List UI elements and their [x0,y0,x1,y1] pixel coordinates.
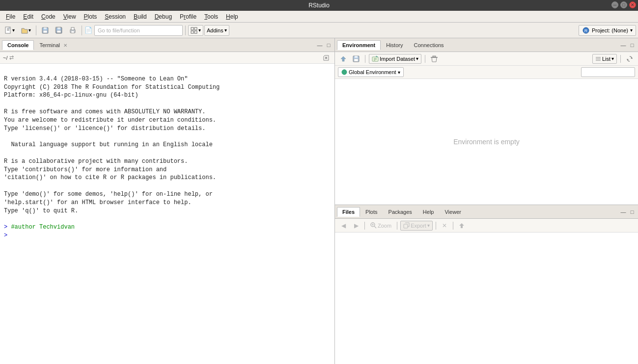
svg-rect-6 [44,27,47,29]
menu-file[interactable]: File [2,12,19,21]
svg-rect-9 [57,27,60,29]
console-line: Copyright (C) 2018 The R Foundation for … [4,83,331,92]
tab-connections[interactable]: Connections [408,40,449,50]
right-panel: Environment History Connections — □ [335,38,638,364]
console-minimize-icon[interactable]: — [316,41,324,49]
console-line: > [4,232,331,240]
maximize-button[interactable]: □ [620,1,627,8]
plots-export-button[interactable]: Export ▾ [400,221,433,231]
files-content [335,233,638,364]
files-minimize-icon[interactable]: — [619,208,627,216]
files-panel: Files Plots Packages Help Viewer — □ ◀ ▶ [335,205,638,364]
minimize-button[interactable]: ─ [611,1,618,8]
tab-environment[interactable]: Environment [337,40,381,50]
tab-terminal[interactable]: Terminal ✕ [34,40,73,50]
console-output[interactable]: R version 3.4.4 (2018-03-15) -- "Someone… [0,64,334,364]
import-dataset-button[interactable]: Import Dataset ▾ [369,54,421,64]
console-line: 'citation()' on how to cite R or R packa… [4,174,331,182]
console-line: Type 'demo()' for some demos, 'help()' f… [4,190,331,199]
save-all-button[interactable] [53,25,65,36]
console-maximize-icon[interactable]: □ [325,41,333,49]
env-refresh-button[interactable] [624,54,635,64]
console-line [4,149,331,157]
env-left-controls: Import Dataset ▾ [338,54,440,64]
env-right-controls: List ▾ [592,54,635,64]
menu-profile[interactable]: Profile [176,12,200,21]
console-refresh-icon[interactable]: ⇄ [9,54,14,61]
menu-edit[interactable]: Edit [19,12,37,21]
console-line: R version 3.4.4 (2018-03-15) -- "Someone… [4,75,331,83]
plots-next-button[interactable]: ▶ [351,221,361,231]
menu-debug[interactable]: Debug [151,12,176,21]
plots-delete-button[interactable]: ✕ [439,221,450,231]
tab-files[interactable]: Files [337,207,360,217]
env-empty-message: Environment is empty [335,79,638,205]
tab-packages[interactable]: Packages [383,207,417,217]
plots-zoom-button[interactable]: Zoom [368,221,394,231]
window-controls[interactable]: ─ □ ✕ [611,1,636,8]
svg-rect-16 [194,27,197,30]
menu-view[interactable]: View [59,12,80,21]
env-load-button[interactable] [338,54,349,64]
print-button[interactable] [66,25,79,36]
env-search-input[interactable] [581,67,635,77]
tab-help[interactable]: Help [417,207,440,217]
console-tab-bar: Console Terminal ✕ — □ [0,38,334,52]
tab-history[interactable]: History [381,40,408,50]
new-file-button[interactable]: ▾ [2,25,17,36]
console-clear-button[interactable] [321,53,332,63]
project-button[interactable]: R Project: (None) ▾ [579,25,636,36]
files-panel-controls: — □ [619,208,636,216]
toolbar-separator-2 [82,26,82,35]
svg-rect-15 [191,27,194,30]
console-line [4,132,331,141]
global-env-dropdown[interactable]: Global Environment ▾ [338,67,404,77]
files-toolbar-sep2 [397,222,397,230]
titlebar: RStudio ─ □ ✕ [0,0,638,11]
plots-prev-button[interactable]: ◀ [338,221,349,231]
svg-text:R: R [584,28,588,33]
tab-plots[interactable]: Plots [360,207,383,217]
svg-rect-25 [354,59,358,61]
plots-publish-button[interactable] [456,221,467,231]
svg-rect-10 [57,30,61,33]
terminal-close-icon[interactable]: ✕ [63,43,67,48]
console-line [4,67,331,75]
env-sep3 [620,55,621,63]
console-line: R is free software and comes with ABSOLU… [4,108,331,116]
menu-build[interactable]: Build [130,12,151,21]
close-button[interactable]: ✕ [629,1,636,8]
console-line: Type 'q()' to quit R. [4,207,331,215]
tab-viewer[interactable]: Viewer [439,207,466,217]
env-save-button[interactable] [351,54,361,64]
environment-panel: Environment History Connections — □ [335,38,638,205]
import-dataset-label: Import Dataset [380,56,415,62]
menu-session[interactable]: Session [101,12,130,21]
global-env-label: Global Environment [349,69,396,75]
menu-plots[interactable]: Plots [80,12,101,21]
svg-rect-24 [355,56,358,58]
save-button[interactable] [39,25,52,36]
grid-button[interactable]: ▾ [188,25,203,36]
open-file-button[interactable]: ▾ [18,25,33,36]
files-maximize-icon[interactable]: □ [628,208,636,216]
main-toolbar: ▾ ▾ 📄 Go to file/function ▾ Addins ▾ R P… [0,23,638,38]
env-minimize-icon[interactable]: — [619,41,627,49]
env-clear-button[interactable] [429,54,440,64]
menu-tools[interactable]: Tools [200,12,222,21]
export-label: Export [411,223,426,229]
go-to-file-input[interactable]: Go to file/function [94,25,183,36]
files-toolbar-sep1 [364,222,365,230]
menu-help[interactable]: Help [222,12,242,21]
svg-rect-18 [194,31,197,33]
console-line: 'help.start()' for an HTML browser inter… [4,199,331,207]
menu-code[interactable]: Code [37,12,59,21]
list-view-button[interactable]: List ▾ [592,54,617,64]
env-maximize-icon[interactable]: □ [628,41,636,49]
svg-rect-7 [43,30,47,33]
console-line: Natural language support but running in … [4,141,331,149]
toolbar-separator-1 [36,26,36,35]
addins-button[interactable]: Addins ▾ [204,25,229,36]
tab-console[interactable]: Console [2,40,34,50]
console-toolbar: ~/ ⇄ [0,52,334,64]
